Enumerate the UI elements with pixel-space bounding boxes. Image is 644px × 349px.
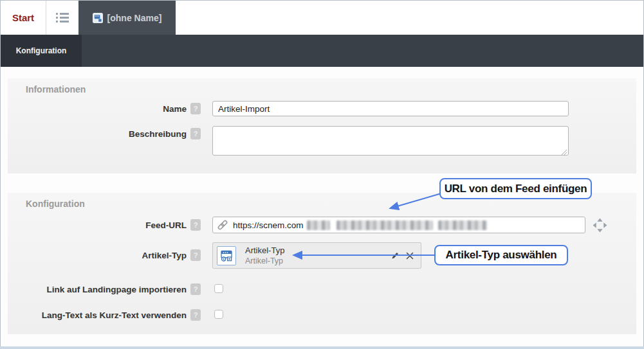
artikel-typ-label: Artikel-Typ xyxy=(8,242,187,260)
landingpage-help-badge[interactable]: ? xyxy=(190,283,201,295)
menu-bar: Konfiguration xyxy=(1,35,643,67)
menu-item-konfiguration-label: Konfiguration xyxy=(16,46,67,55)
artikel-typ-selector[interactable]: Artikel-Typ Artikel-Typ xyxy=(212,242,421,269)
edit-icon[interactable] xyxy=(391,251,400,260)
feed-url-value: https://scnem.com xyxy=(233,220,304,230)
landingpage-label: Link auf Landingpage importieren xyxy=(8,283,187,294)
beschreibung-help-badge[interactable]: ? xyxy=(190,128,201,139)
tab-start-label: Start xyxy=(12,12,34,23)
name-label: Name xyxy=(8,101,187,114)
langtext-row: Lang-Text als Kurz-Text verwenden ? xyxy=(8,309,636,321)
beschreibung-textarea[interactable] xyxy=(212,126,569,156)
landingpage-checkbox[interactable] xyxy=(214,284,223,293)
redacted-url-segment xyxy=(336,220,433,230)
name-help-badge[interactable]: ? xyxy=(190,103,201,114)
langtext-help-badge[interactable]: ? xyxy=(190,309,201,321)
section-informationen-title: Informationen xyxy=(8,78,636,94)
callout-artikel-typ-text: Artikel-Typ auswählen xyxy=(446,249,557,262)
move-handle-icon[interactable] xyxy=(592,217,608,233)
tab-ohne-name-label: [ohne Name] xyxy=(107,13,162,23)
feed-url-label: Feed-URL xyxy=(8,217,187,230)
tab-bar: Start xyxy=(1,1,643,35)
beschreibung-label: Beschreibung xyxy=(8,126,187,139)
callout-feed-url: URL von dem Feed einfügen xyxy=(439,178,592,199)
artikel-typ-selected-subtitle: Artikel-Typ xyxy=(245,256,284,266)
langtext-checkbox[interactable] xyxy=(214,310,223,319)
tab-start[interactable]: Start xyxy=(1,1,46,35)
feed-url-row: Feed-URL ? https://scnem.com xyxy=(8,217,636,233)
bottom-divider xyxy=(0,346,644,349)
menu-item-konfiguration[interactable]: Konfiguration xyxy=(1,35,82,67)
redacted-url-segment xyxy=(438,220,487,230)
langtext-label: Lang-Text als Kurz-Text verwenden xyxy=(8,309,187,320)
callout-artikel-typ: Artikel-Typ auswählen xyxy=(434,245,568,265)
section-informationen: Informationen Name ? Beschreibung ? xyxy=(8,78,636,174)
redacted-url-segment xyxy=(307,220,330,230)
landingpage-row: Link auf Landingpage importieren ? xyxy=(8,283,636,295)
remove-icon[interactable] xyxy=(406,252,414,260)
list-icon xyxy=(56,12,69,23)
link-icon xyxy=(217,219,228,231)
tab-list-view[interactable] xyxy=(46,1,78,35)
tab-ohne-name[interactable]: [ohne Name] xyxy=(78,1,176,35)
beschreibung-row: Beschreibung ? xyxy=(8,126,636,158)
artikel-typ-help-badge[interactable]: ? xyxy=(190,249,201,261)
callout-feed-url-text: URL von dem Feed einfügen xyxy=(445,183,587,195)
artikel-typ-icon xyxy=(217,246,236,265)
name-row: Name ? xyxy=(8,101,636,116)
feed-url-input[interactable]: https://scnem.com xyxy=(212,217,585,233)
app-window: Start xyxy=(0,0,644,349)
document-type-icon xyxy=(93,13,103,23)
feed-url-help-badge[interactable]: ? xyxy=(190,219,201,231)
artikel-typ-selected-title: Artikel-Typ xyxy=(245,246,284,256)
name-input[interactable] xyxy=(212,101,569,116)
